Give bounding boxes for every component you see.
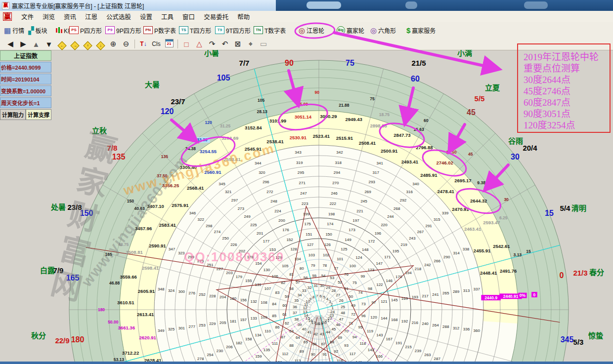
svg-text:3610.51: 3610.51: [117, 300, 134, 305]
draw-triangle-button[interactable]: △: [193, 40, 206, 48]
svg-text:292: 292: [400, 198, 407, 202]
svg-text:49: 49: [351, 303, 355, 308]
crosshair-button[interactable]: ⌖: [244, 40, 257, 48]
svg-text:153: 153: [269, 247, 276, 252]
t-down-button[interactable]: T↓: [137, 40, 150, 47]
svg-text:52: 52: [338, 280, 342, 284]
svg-text:79: 79: [311, 263, 315, 268]
hexagon-icon: ◎: [370, 27, 377, 34]
svg-text:247: 247: [300, 191, 307, 196]
titlebar-blur-decor: [306, 1, 341, 9]
svg-text:245: 245: [360, 199, 367, 203]
svg-text:171: 171: [384, 255, 391, 259]
svg-text:81: 81: [289, 272, 294, 277]
annotation-line-2: 30度2644点: [524, 74, 610, 85]
zoom-out-button[interactable]: ⊖: [120, 40, 132, 48]
svg-text:222: 222: [330, 202, 337, 206]
nav-right-button[interactable]: ▶: [17, 40, 30, 48]
toolbar-button-p-square[interactable]: PSP四方形: [69, 25, 102, 36]
svg-text:241: 241: [432, 292, 439, 297]
pan-left-button[interactable]: ←: [55, 40, 68, 48]
calc-resistance-button[interactable]: 计算阻力: [0, 109, 26, 120]
svg-text:54: 54: [321, 274, 326, 278]
calc-support-button[interactable]: 计算支撑: [26, 109, 51, 120]
toolbar-button-winner-service[interactable]: $赢家服务: [406, 25, 436, 36]
nav-up-button[interactable]: ▲: [30, 40, 43, 48]
svg-text:69: 69: [338, 335, 342, 340]
svg-text:108: 108: [261, 300, 267, 305]
toolbar-button-9p-square[interactable]: P99P四方形: [105, 25, 141, 36]
svg-text:344: 344: [255, 161, 262, 165]
svg-text:191: 191: [395, 341, 402, 345]
svg-text:2590.91: 2590.91: [149, 243, 166, 248]
svg-text:250: 250: [222, 236, 229, 241]
pan-right-button[interactable]: →: [68, 40, 81, 48]
pan-up-button[interactable]: ↑: [81, 40, 94, 48]
svg-text:33: 33: [302, 288, 306, 293]
toolbar-button-9t-square[interactable]: T99T四方形: [215, 25, 251, 36]
svg-text:270: 270: [332, 181, 339, 185]
menu-item-设置[interactable]: 设置: [135, 10, 157, 23]
nav-left-button[interactable]: ◀: [4, 40, 17, 48]
menu-item-窗口[interactable]: 窗口: [178, 10, 199, 23]
svg-text:119: 119: [367, 329, 373, 333]
toolbar-button-t-table[interactable]: TNT数字表: [254, 25, 286, 36]
svg-text:74: 74: [358, 290, 363, 295]
cls-button[interactable]: Cls: [150, 40, 163, 47]
svg-text:31: 31: [313, 283, 318, 288]
rotate-cw-button[interactable]: ↷: [206, 40, 219, 48]
svg-text:清明: 清明: [571, 204, 586, 212]
zoom-in-button[interactable]: ⊕: [107, 40, 120, 48]
svg-text:68: 68: [330, 340, 334, 344]
menu-item-资讯[interactable]: 资讯: [59, 10, 81, 23]
svg-text:240: 240: [422, 322, 429, 326]
svg-text:23/7: 23/7: [171, 97, 185, 106]
nav-down-button[interactable]: ▼: [43, 40, 55, 48]
svg-text:47: 47: [339, 317, 344, 322]
svg-text:8: 8: [312, 295, 315, 299]
svg-text:26: 26: [339, 298, 344, 303]
delete-box-button[interactable]: ⊠: [231, 40, 244, 48]
toolbar-button-t-square[interactable]: TST四方形: [179, 25, 211, 36]
pan-down-button[interactable]: ↓: [94, 40, 107, 48]
menu-item-工具[interactable]: 工具: [157, 10, 178, 23]
svg-text:40.63: 40.63: [134, 206, 145, 211]
svg-text:57: 57: [296, 280, 300, 284]
svg-text:2440.91: 2440.91: [503, 294, 519, 299]
calendar-button[interactable]: 21: [163, 39, 175, 49]
svg-text:299: 299: [188, 255, 195, 259]
toolbar-button-sectors[interactable]: ▞板块: [28, 25, 47, 36]
toolbar-button-gann-wheel[interactable]: ◎江恩轮: [299, 25, 324, 36]
svg-text:2440.9: 2440.9: [484, 295, 497, 300]
svg-text:41: 41: [307, 330, 312, 334]
svg-text:142: 142: [368, 348, 375, 352]
rotate-ccw-button[interactable]: ↶: [219, 40, 231, 48]
svg-text:243: 243: [409, 236, 416, 241]
menu-item-江恩[interactable]: 江恩: [81, 10, 102, 23]
svg-text:180: 180: [230, 296, 237, 301]
menu-item-帮助[interactable]: 帮助: [233, 10, 254, 23]
menu-item-公式选股[interactable]: 公式选股: [102, 10, 135, 23]
svg-text:197: 197: [352, 218, 359, 223]
toolbar-button-winner-wheel[interactable]: Big赢家轮: [337, 25, 364, 36]
menu-item-交易委托[interactable]: 交易委托: [199, 10, 233, 23]
menu-item-文件[interactable]: 文件: [17, 10, 38, 23]
svg-text:3712.22: 3712.22: [122, 350, 139, 356]
svg-text:6.25: 6.25: [499, 215, 508, 220]
draw-square-button[interactable]: □: [180, 40, 193, 48]
svg-text:176: 176: [282, 228, 289, 232]
window-titlebar: 赢 赢家江恩专业版[赢家服务平台] - [上证指数 江恩轮]: [0, 0, 613, 11]
svg-text:2575.91: 2575.91: [172, 202, 189, 208]
svg-text:129: 129: [275, 255, 282, 260]
toolbar-button-hexagon[interactable]: ◎六角形: [370, 25, 396, 36]
t-table-icon: TN: [254, 26, 263, 34]
svg-text:288: 288: [442, 324, 449, 329]
toolbar-button-p-table[interactable]: PNP数字表: [143, 25, 176, 36]
svg-text:91: 91: [322, 352, 327, 357]
svg-text:338: 338: [463, 247, 470, 251]
select-rect-button[interactable]: ▭: [257, 40, 270, 48]
menu-item-浏览[interactable]: 浏览: [38, 10, 59, 23]
svg-text:46: 46: [336, 323, 340, 327]
toolbar-button-quotes[interactable]: ▦行情: [4, 25, 24, 36]
svg-text:34: 34: [298, 293, 302, 297]
